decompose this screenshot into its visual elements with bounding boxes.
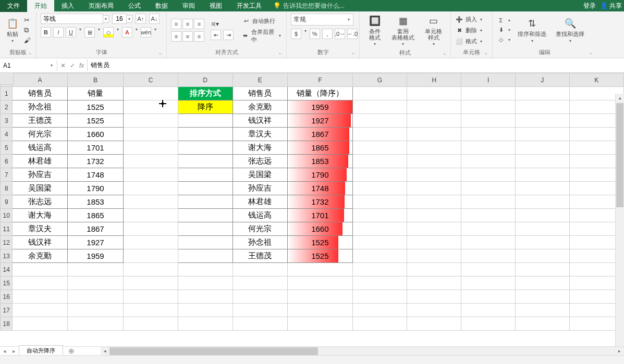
cell[interactable] (178, 128, 233, 141)
cell[interactable] (407, 182, 461, 195)
scroll-left-icon[interactable]: ◂ (101, 347, 109, 356)
cell[interactable]: 林君雄 (13, 155, 67, 168)
tab-layout[interactable]: 页面布局 (81, 0, 121, 12)
cell[interactable] (461, 128, 515, 141)
tab-insert[interactable]: 插入 (54, 0, 81, 12)
cell[interactable] (178, 155, 233, 168)
orientation-button[interactable]: ⤭▾ (211, 20, 234, 28)
cell[interactable]: 张志远 (13, 195, 67, 209)
row-header[interactable]: 17 (1, 304, 13, 317)
cut-icon[interactable]: ✂ (24, 16, 31, 24)
row-header[interactable]: 2 (1, 101, 13, 114)
cell[interactable]: 孙应吉 (13, 168, 67, 182)
cell[interactable] (515, 101, 569, 114)
cell[interactable] (407, 101, 461, 114)
cell[interactable] (124, 236, 178, 249)
font-color-button[interactable]: A (122, 27, 132, 37)
scroll-thumb-h[interactable] (109, 347, 318, 355)
cell[interactable] (67, 290, 124, 304)
login-button[interactable]: 登录 (583, 2, 596, 10)
cell[interactable]: 吴国梁 (13, 182, 67, 195)
format-painter-icon[interactable]: 🖌 (24, 36, 31, 44)
cell[interactable]: 1959 (67, 249, 124, 263)
cell[interactable] (515, 87, 569, 101)
cell[interactable]: 销量 (67, 87, 124, 101)
decrease-font-icon[interactable]: A↓ (149, 14, 160, 24)
increase-decimal-icon[interactable]: .0→ (335, 29, 345, 39)
tab-home[interactable]: 开始 (27, 0, 54, 12)
cell[interactable] (407, 128, 461, 141)
cell[interactable] (461, 222, 515, 236)
cell[interactable] (13, 317, 67, 331)
tab-data[interactable]: 数据 (148, 0, 175, 12)
cell[interactable]: 1732 (67, 155, 124, 168)
cell[interactable]: 1853 (287, 155, 352, 168)
autosum-button[interactable]: Σ▾ (497, 17, 511, 24)
row-header[interactable]: 12 (1, 236, 13, 249)
cell[interactable] (461, 168, 515, 182)
sort-filter-button[interactable]: ⇅排序和筛选▾ (515, 16, 549, 44)
scroll-right-icon[interactable]: ▸ (615, 347, 624, 356)
cell[interactable] (352, 236, 407, 249)
cell[interactable]: 孙念祖 (13, 101, 67, 114)
cell[interactable] (352, 155, 407, 168)
cell[interactable] (124, 209, 178, 222)
cell[interactable]: 钱汉祥 (13, 236, 67, 249)
percent-icon[interactable]: % (310, 29, 320, 39)
cell[interactable]: 章汉夫 (233, 128, 287, 141)
cell[interactable] (124, 249, 178, 263)
cell[interactable] (124, 317, 178, 331)
font-size-input[interactable] (112, 14, 127, 24)
cell[interactable] (352, 304, 407, 317)
cell[interactable] (178, 195, 233, 209)
cell[interactable] (178, 304, 233, 317)
cell[interactable] (352, 128, 407, 141)
cell[interactable]: 1525 (287, 249, 352, 263)
cell[interactable] (461, 249, 515, 263)
cell[interactable] (178, 114, 233, 128)
enter-formula-icon[interactable]: ✓ (70, 62, 75, 69)
cell[interactable]: 章汉夫 (13, 222, 67, 236)
cell[interactable] (461, 317, 515, 331)
sheet-nav-prev-icon[interactable]: ◂ (0, 348, 9, 355)
cell[interactable]: 谢大海 (233, 141, 287, 155)
cell[interactable]: 销售员 (13, 87, 67, 101)
cell[interactable] (124, 155, 178, 168)
cell[interactable] (67, 304, 124, 317)
cell[interactable] (287, 317, 352, 331)
formula-input[interactable]: 销售员 (87, 59, 624, 71)
cell[interactable] (352, 182, 407, 195)
cell[interactable] (124, 128, 178, 141)
cell[interactable] (515, 290, 569, 304)
table-format-button[interactable]: ▦套用 表格格式▾ (388, 14, 418, 47)
cell[interactable]: 余克勤 (13, 249, 67, 263)
cell[interactable] (352, 101, 407, 114)
cell[interactable]: 1525 (287, 236, 352, 249)
cancel-formula-icon[interactable]: ✕ (60, 62, 66, 69)
cell[interactable] (515, 277, 569, 290)
cell[interactable] (124, 101, 178, 114)
cell[interactable] (407, 277, 461, 290)
cell[interactable] (461, 195, 515, 209)
row-header[interactable]: 8 (1, 182, 13, 195)
cell[interactable] (461, 141, 515, 155)
row-header[interactable]: 9 (1, 195, 13, 209)
cell[interactable] (233, 304, 287, 317)
cell[interactable] (461, 304, 515, 317)
cell[interactable] (178, 222, 233, 236)
cell[interactable] (233, 317, 287, 331)
cell[interactable] (407, 168, 461, 182)
paste-button[interactable]: 📋 粘贴 ▾ (4, 16, 21, 44)
cell[interactable] (461, 290, 515, 304)
cell[interactable] (407, 195, 461, 209)
cell[interactable] (515, 263, 569, 277)
cell[interactable] (352, 195, 407, 209)
cell[interactable] (178, 263, 233, 277)
cell[interactable] (407, 317, 461, 331)
scroll-up-icon[interactable]: ▴ (616, 94, 624, 103)
cell[interactable]: 1660 (287, 222, 352, 236)
delete-button[interactable]: ✖删除▾ (455, 26, 483, 35)
fill-color-button[interactable]: ◇ (103, 27, 114, 37)
cell[interactable] (515, 249, 569, 263)
cell[interactable] (67, 277, 124, 290)
